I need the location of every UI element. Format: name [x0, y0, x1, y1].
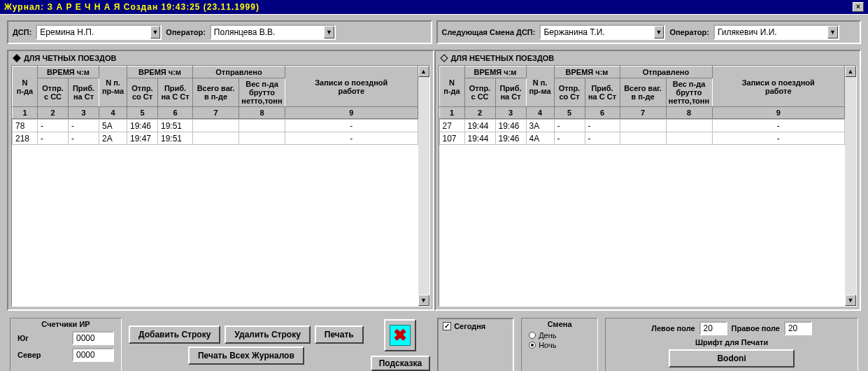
chevron-down-icon[interactable]: ▼: [324, 26, 334, 38]
main-area: ДЛЯ ЧЕТНЫХ ПОЕЗДОВ N п-да ВРЕМЯ ч:м N п.…: [0, 50, 868, 314]
day-radio[interactable]: День: [529, 331, 590, 340]
operator2-input[interactable]: [715, 26, 827, 38]
table-row[interactable]: 2719:4419:463А---: [439, 120, 845, 132]
shift-title: Смена: [529, 320, 590, 328]
scroll-down-icon[interactable]: ▼: [845, 295, 856, 306]
sever-value[interactable]: 0000: [72, 348, 114, 362]
scroll-up-icon[interactable]: ▲: [845, 66, 856, 77]
diamond-empty-icon: [440, 54, 448, 62]
scroll-up-icon[interactable]: ▲: [418, 66, 429, 77]
shift-group: Смена День Ночь: [521, 318, 598, 371]
hdr-time1: ВРЕМЯ ч:м: [38, 66, 99, 78]
hdr-vsego: Всего ваг. в п-де: [193, 78, 239, 107]
right-margin-value[interactable]: 20: [784, 321, 812, 335]
today-panel: ✓ Сегодня: [437, 318, 514, 371]
operator2-combo[interactable]: ▼: [713, 24, 839, 40]
print-button[interactable]: Печать: [315, 326, 364, 344]
even-title: ДЛЯ ЧЕТНЫХ ПОЕЗДОВ: [24, 54, 116, 62]
hdr-sent: Отправлено: [193, 66, 285, 78]
chevron-down-icon[interactable]: ▼: [150, 26, 161, 38]
scroll-down-icon[interactable]: ▼: [418, 295, 429, 306]
counters-group: Счетчики ИР Юг 0000 Север 0000: [10, 318, 122, 371]
hint-button[interactable]: Подсказка: [371, 356, 430, 371]
hdr-otpr-cc: Отпр. с СС: [38, 78, 69, 107]
hdr-notes: Записи о поездной работе: [285, 66, 418, 107]
print-all-button[interactable]: Печать Всех Журналов: [188, 346, 304, 365]
operator-input[interactable]: [211, 26, 324, 38]
operator2-label: Оператор:: [669, 28, 709, 36]
chevron-down-icon[interactable]: ▼: [654, 26, 664, 38]
operator-label: Оператор:: [166, 28, 206, 36]
yug-value[interactable]: 0000: [72, 331, 114, 345]
window-title: Журнал: З А Р Е Ч Н А Я Создан 19:43:25 …: [4, 2, 259, 12]
hdr-otpr-st: Отпр. со Ст: [127, 78, 158, 107]
dsp-label: ДСП:: [13, 28, 31, 36]
odd-grid[interactable]: N п-да ВРЕМЯ ч:м N п. пр-ма ВРЕМЯ ч:м От…: [439, 66, 846, 306]
table-row[interactable]: 78--5А19:4619:51-: [13, 120, 418, 132]
table-row[interactable]: 218--2А19:4719:51-: [13, 132, 418, 145]
next-dsp-combo[interactable]: ▼: [539, 24, 665, 40]
hdr-n: N п-да: [13, 66, 38, 107]
dsp-combo[interactable]: ▼: [36, 24, 162, 40]
diamond-filled-icon: [13, 54, 20, 62]
night-radio[interactable]: Ночь: [529, 341, 590, 349]
today-checkbox[interactable]: ✓ Сегодня: [443, 322, 485, 330]
cross-icon: ✖: [390, 325, 411, 346]
chevron-down-icon[interactable]: ▼: [827, 26, 838, 38]
delete-row-button[interactable]: Удалить Строку: [225, 326, 310, 344]
table-row[interactable]: 10719:4419:464А---: [439, 132, 845, 145]
dsp-input[interactable]: [37, 26, 150, 38]
print-settings-group: Левое поле 20 Правое поле 20 Шрифт для П…: [605, 318, 858, 371]
hdr-prib-st: Приб. на Ст: [69, 78, 99, 107]
font-button[interactable]: Bodoni: [669, 349, 795, 368]
hdr-ves: Вес п-да брутто нетто,тонн: [239, 78, 285, 107]
sever-label: Север: [17, 351, 41, 359]
next-dsp-label: Следующая Смена ДСП:: [442, 28, 536, 36]
hdr-prib-cst: Приб. на С Ст: [158, 78, 193, 107]
left-margin-value[interactable]: 20: [699, 321, 727, 335]
hdr-time2: ВРЕМЯ ч:м: [127, 66, 193, 78]
next-dsp-input[interactable]: [541, 26, 653, 38]
right-margin-label: Правое поле: [732, 324, 780, 332]
operator-combo[interactable]: ▼: [210, 24, 336, 40]
odd-column: ДЛЯ НЕЧЕТНЫХ ПОЕЗДОВ N п-да ВРЕМЯ ч:м N …: [434, 50, 862, 311]
even-scrollbar[interactable]: ▲ ▼: [418, 66, 429, 306]
even-grid[interactable]: N п-да ВРЕМЯ ч:м N п. пр-ма ВРЕМЯ ч:м От…: [12, 66, 418, 306]
counters-title: Счетчики ИР: [17, 320, 114, 328]
close-icon[interactable]: ×: [853, 2, 864, 12]
even-column: ДЛЯ ЧЕТНЫХ ПОЕЗДОВ N п-да ВРЕМЯ ч:м N п.…: [7, 50, 434, 311]
odd-title: ДЛЯ НЕЧЕТНЫХ ПОЕЗДОВ: [451, 54, 555, 62]
bottom-bar: Счетчики ИР Юг 0000 Север 0000 Добавить …: [0, 314, 868, 371]
titlebar: Журнал: З А Р Е Ч Н А Я Создан 19:43:25 …: [0, 0, 868, 14]
add-row-button[interactable]: Добавить Строку: [129, 326, 220, 344]
left-margin-label: Левое поле: [651, 324, 695, 332]
cancel-button[interactable]: ✖: [384, 319, 416, 351]
top-toolbar: ДСП: ▼ Оператор: ▼ Следующая Смена ДСП: …: [0, 14, 868, 50]
font-label: Шрифт для Печати: [613, 338, 851, 346]
odd-scrollbar[interactable]: ▲ ▼: [845, 66, 856, 306]
hdr-nprma: N п. пр-ма: [99, 66, 127, 107]
yug-label: Юг: [17, 334, 29, 342]
